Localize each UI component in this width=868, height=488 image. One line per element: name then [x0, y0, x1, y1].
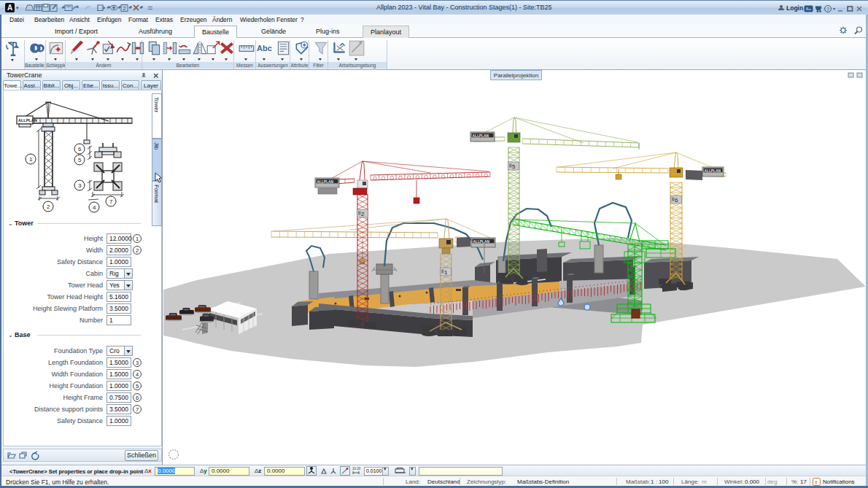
svg-text:4: 4: [93, 204, 96, 211]
svg-text:!: !: [815, 479, 818, 486]
svg-text:5: 5: [512, 163, 516, 170]
svg-text:1: 1: [444, 269, 448, 276]
svg-text:6: 6: [78, 146, 82, 152]
svg-text:6: 6: [675, 197, 678, 204]
svg-text:7: 7: [109, 198, 113, 205]
svg-text:?: ?: [826, 7, 829, 12]
svg-text:ALLPLAN: ALLPLAN: [18, 118, 37, 123]
svg-text:ALLPLAN: ALLPLAN: [473, 134, 489, 138]
svg-text:10 20: 10 20: [352, 467, 361, 470]
svg-text:ALLPLAN: ALLPLAN: [317, 180, 334, 184]
svg-text:1: 1: [29, 156, 33, 163]
svg-text:3: 3: [78, 182, 82, 189]
svg-text:▾: ▾: [833, 7, 835, 11]
svg-text:ALLPLAN: ALLPLAN: [473, 240, 490, 244]
svg-text:2: 2: [361, 211, 365, 217]
svg-text:2: 2: [47, 204, 50, 210]
svg-text:5: 5: [78, 157, 82, 163]
svg-text:ALLPLAN: ALLPLAN: [705, 169, 721, 173]
svg-text:2: 2: [123, 6, 126, 11]
svg-text:Login: Login: [786, 4, 803, 12]
